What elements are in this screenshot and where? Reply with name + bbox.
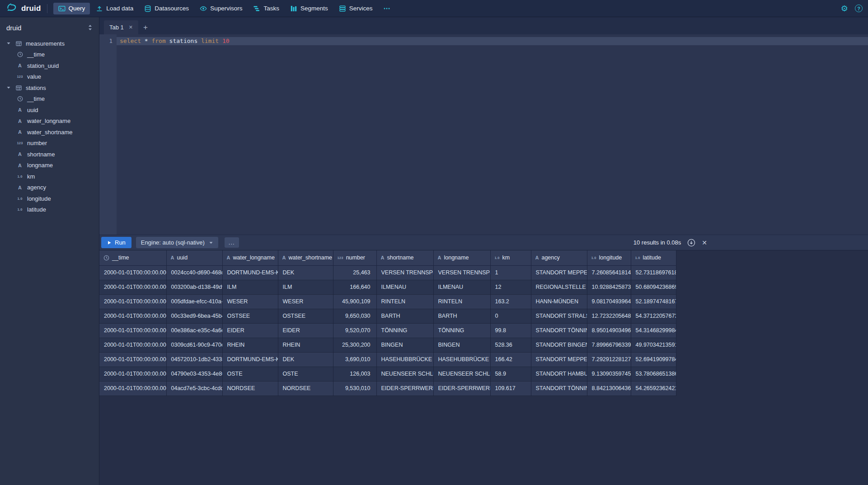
cell-longname[interactable]: VERSEN TRENNSPITZE: [433, 265, 490, 280]
nav-item-segments[interactable]: Segments: [285, 3, 333, 14]
cell-agency[interactable]: STANDORT HAMBURG: [531, 367, 587, 381]
cell-uuid[interactable]: 04acd7e5-3cbc-4cdd-: [166, 381, 222, 396]
cell-__time[interactable]: 2000-01-01T00:00:00.000Z: [99, 294, 166, 309]
cell-water_shortname[interactable]: WESER: [278, 294, 333, 309]
cell-uuid[interactable]: 04790e03-4353-4e80-: [166, 367, 222, 381]
cell-__time[interactable]: 2000-01-01T00:00:00.000Z: [99, 367, 166, 381]
cell-__time[interactable]: 2000-01-01T00:00:00.000Z: [99, 338, 166, 352]
cell-__time[interactable]: 2000-01-01T00:00:00.000Z: [99, 280, 166, 294]
cell-longname[interactable]: NEUENSEER SCHLEUSE: [433, 367, 490, 381]
cell-number[interactable]: 9,530,010: [333, 381, 376, 396]
tree-column-water_longname[interactable]: Awater_longname: [0, 116, 99, 127]
cell-__time[interactable]: 2000-01-01T00:00:00.000Z: [99, 265, 166, 280]
cell-shortname[interactable]: VERSEN TRENNSPITZE: [376, 265, 433, 280]
tree-column-uuid[interactable]: Auuid: [0, 104, 99, 116]
cell-water_longname[interactable]: ILM: [222, 280, 278, 294]
tab-tab-1[interactable]: Tab 1 ✕: [104, 20, 138, 34]
cell-km[interactable]: 0: [490, 309, 531, 323]
cell-longname[interactable]: HASEHUBBRÜCKE: [433, 352, 490, 367]
cell-number[interactable]: 25,463: [333, 265, 376, 280]
cell-longitude[interactable]: 8.950149034965: [587, 323, 631, 338]
tree-column-km[interactable]: 1.0km: [0, 171, 99, 182]
column-header-uuid[interactable]: Auuid: [166, 250, 222, 265]
column-header-water_longname[interactable]: Awater_longname: [222, 250, 278, 265]
close-results-icon[interactable]: ✕: [702, 239, 707, 246]
cell-latitude[interactable]: 52.694190997842: [631, 352, 676, 367]
cell-latitude[interactable]: 54.265923624216: [631, 381, 676, 396]
cell-water_longname[interactable]: NORDSEE: [222, 381, 278, 396]
cell-agency[interactable]: REGIONALSTELLE SUHL: [531, 280, 587, 294]
tree-column-longitude[interactable]: 1.0longitude: [0, 193, 99, 204]
cell-shortname[interactable]: BARTH: [376, 309, 433, 323]
cell-km[interactable]: 58.9: [490, 367, 531, 381]
cell-uuid[interactable]: 0309cd61-90c9-470e-: [166, 338, 222, 352]
cell-longname[interactable]: TÖNNING: [433, 323, 490, 338]
cell-km[interactable]: 109.617: [490, 381, 531, 396]
cell-longname[interactable]: ILMENAU: [433, 280, 490, 294]
help-icon[interactable]: ?: [855, 5, 863, 12]
tree-column-water_shortname[interactable]: Awater_shortname: [0, 127, 99, 138]
cell-__time[interactable]: 2000-01-01T00:00:00.000Z: [99, 309, 166, 323]
cell-number[interactable]: 25,300,200: [333, 338, 376, 352]
sql-editor[interactable]: 1 select * from stations limit 10: [99, 34, 868, 235]
cell-water_shortname[interactable]: DEK: [278, 265, 333, 280]
cell-__time[interactable]: 2000-01-01T00:00:00.000Z: [99, 381, 166, 396]
cell-agency[interactable]: STANDORT MEPPEN: [531, 265, 587, 280]
cell-longname[interactable]: RINTELN: [433, 294, 490, 309]
tree-column-station_uuid[interactable]: Astation_uuid: [0, 60, 99, 71]
column-header-km[interactable]: 1.0km: [490, 250, 531, 265]
cell-water_shortname[interactable]: EIDER: [278, 323, 333, 338]
cell-longitude[interactable]: 7.899667963397: [587, 338, 631, 352]
cell-uuid[interactable]: 0024cc40-d690-468d-: [166, 265, 222, 280]
cell-number[interactable]: 9,520,070: [333, 323, 376, 338]
cell-km[interactable]: 12: [490, 280, 531, 294]
cell-__time[interactable]: 2000-01-01T00:00:00.000Z: [99, 323, 166, 338]
cell-latitude[interactable]: 52.731186976180: [631, 265, 676, 280]
run-button[interactable]: Run: [101, 237, 131, 248]
cell-longname[interactable]: BINGEN: [433, 338, 490, 352]
nav-item-supervisors[interactable]: Supervisors: [195, 3, 247, 14]
cell-water_shortname[interactable]: RHEIN: [278, 338, 333, 352]
cell-latitude[interactable]: 54.314682999845: [631, 323, 676, 338]
cell-water_shortname[interactable]: ILM: [278, 280, 333, 294]
nav-item-tasks[interactable]: Tasks: [248, 3, 284, 14]
tree-column-shortname[interactable]: Ashortname: [0, 149, 99, 160]
add-tab-button[interactable]: +: [138, 20, 153, 34]
column-header-water_shortname[interactable]: Awater_shortname: [278, 250, 333, 265]
cell-shortname[interactable]: ILMENAU: [376, 280, 433, 294]
column-header-latitude[interactable]: 1.0latitude: [631, 250, 676, 265]
cell-shortname[interactable]: TÖNNING: [376, 323, 433, 338]
cell-km[interactable]: 99.8: [490, 323, 531, 338]
cell-longname[interactable]: BARTH: [433, 309, 490, 323]
cell-longitude[interactable]: 7.260856418142: [587, 265, 631, 280]
cell-uuid[interactable]: 04572010-1db2-4338-: [166, 352, 222, 367]
cell-water_longname[interactable]: DORTMUND-EMS-KANAL: [222, 352, 278, 367]
cell-latitude[interactable]: 52.189747481678: [631, 294, 676, 309]
cell-latitude[interactable]: 49.970342135919: [631, 338, 676, 352]
more-options-button[interactable]: ...: [225, 237, 239, 248]
cell-shortname[interactable]: RINTELN: [376, 294, 433, 309]
cell-uuid[interactable]: 003200ab-d138-49d9-: [166, 280, 222, 294]
cell-number[interactable]: 9,650,030: [333, 309, 376, 323]
tree-column-value[interactable]: 123value: [0, 71, 99, 83]
close-tab-icon[interactable]: ✕: [129, 24, 133, 30]
cell-agency[interactable]: HANN-MÜNDEN: [531, 294, 587, 309]
cell-uuid[interactable]: 005dfdae-efcc-410a-b: [166, 294, 222, 309]
cell-shortname[interactable]: NEUENSEER SCHLEUSE: [376, 367, 433, 381]
engine-select[interactable]: Engine: auto (sql-native): [136, 237, 218, 248]
cell-shortname[interactable]: BINGEN: [376, 338, 433, 352]
cell-agency[interactable]: STANDORT TÖNNING: [531, 381, 587, 396]
tree-table-measurements[interactable]: measurements: [0, 38, 99, 49]
tree-column-__time[interactable]: __time: [0, 49, 99, 61]
nav-item-datasources[interactable]: Datasources: [139, 3, 194, 14]
cell-water_longname[interactable]: EIDER: [222, 323, 278, 338]
tree-column-agency[interactable]: Aagency: [0, 182, 99, 193]
cell-number[interactable]: 166,640: [333, 280, 376, 294]
column-header-shortname[interactable]: Ashortname: [376, 250, 433, 265]
column-header-number[interactable]: 123number: [333, 250, 376, 265]
druid-brand[interactable]: druid: [6, 2, 41, 15]
cell-km[interactable]: 163.2: [490, 294, 531, 309]
cell-longitude[interactable]: 12.723220564867: [587, 309, 631, 323]
cell-longitude[interactable]: 8.842130064364: [587, 381, 631, 396]
cell-water_longname[interactable]: OSTE: [222, 367, 278, 381]
